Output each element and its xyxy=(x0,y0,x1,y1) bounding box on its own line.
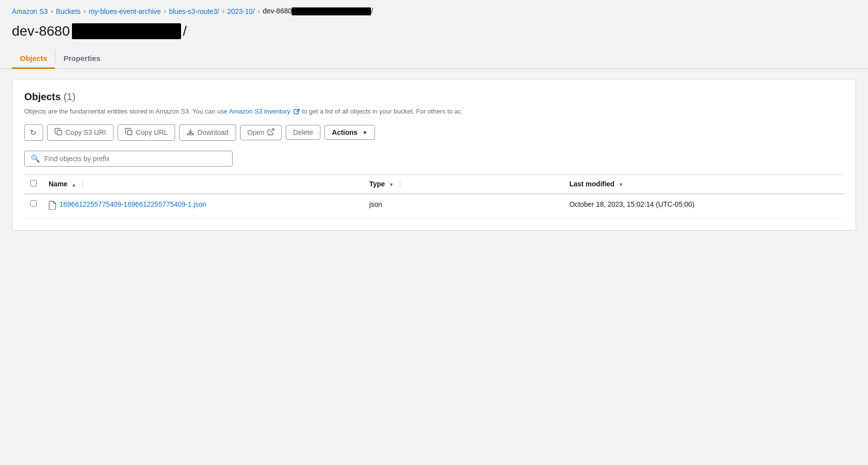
download-button[interactable]: Download xyxy=(179,124,236,141)
type-sort-icon[interactable]: ▼ xyxy=(389,182,394,187)
th-select-all xyxy=(24,174,43,194)
select-all-checkbox[interactable] xyxy=(30,180,37,186)
refresh-icon: ↻ xyxy=(30,128,36,137)
actions-button[interactable]: Actions ▼ xyxy=(324,125,374,140)
row-modified-cell: October 18, 2023, 15:02:14 (UTC-05:00) xyxy=(563,194,844,218)
svg-rect-0 xyxy=(294,110,299,114)
refresh-button[interactable]: ↻ xyxy=(24,124,43,141)
external-link-icon xyxy=(293,109,300,116)
objects-count: (1) xyxy=(63,91,75,102)
name-sort-icon[interactable]: ▲ xyxy=(71,182,76,187)
search-box[interactable]: 🔍 xyxy=(24,151,233,167)
modified-sort-icon[interactable]: ▼ xyxy=(619,182,623,187)
open-button[interactable]: Open xyxy=(240,125,282,140)
copy-url-icon xyxy=(125,128,133,137)
svg-rect-2 xyxy=(127,130,132,135)
breadcrumb-route3[interactable]: blues-s3-route3/ xyxy=(169,7,219,15)
page-title: dev-8680/ xyxy=(0,19,868,49)
breadcrumb-current: dev-8680/ xyxy=(263,7,373,15)
row-checkbox[interactable] xyxy=(30,200,37,207)
th-name: Name ▲ xyxy=(43,174,364,194)
th-last-modified: Last modified ▼ xyxy=(563,174,844,194)
objects-table: Name ▲ Type ▼ Last modified ▼ xyxy=(24,174,844,218)
copy-s3-uri-icon xyxy=(55,128,62,137)
breadcrumb-2023-10[interactable]: 2023-10/ xyxy=(227,7,254,15)
breadcrumb-bucket-name[interactable]: my-blues-event-archive xyxy=(89,7,161,15)
row-checkbox-cell xyxy=(24,194,43,218)
file-icon xyxy=(49,201,57,212)
breadcrumb-sep-2: › xyxy=(84,7,86,15)
col-divider-2 xyxy=(400,180,400,188)
objects-panel: Objects (1) Objects are the fundamental … xyxy=(12,79,856,231)
tab-objects[interactable]: Objects xyxy=(12,49,55,69)
table-row: 1696612255775409-1696612255775409-1.json… xyxy=(24,194,844,218)
breadcrumb-sep-4: › xyxy=(222,7,224,15)
tabs-container: Objects Properties xyxy=(0,49,868,69)
file-link[interactable]: 1696612255775409-1696612255775409-1.json xyxy=(49,200,358,212)
open-external-icon xyxy=(267,128,274,137)
search-icon: 🔍 xyxy=(31,154,40,163)
redacted-title xyxy=(72,23,181,39)
search-input[interactable] xyxy=(44,155,226,163)
breadcrumb-sep-1: › xyxy=(51,7,53,15)
breadcrumb-sep-3: › xyxy=(164,7,166,15)
svg-rect-1 xyxy=(57,130,62,135)
row-name-cell: 1696612255775409-1696612255775409-1.json xyxy=(43,194,364,218)
breadcrumb: Amazon S3 › Buckets › my-blues-event-arc… xyxy=(0,0,868,19)
redacted-breadcrumb xyxy=(292,7,371,15)
delete-button[interactable]: Delete xyxy=(286,125,320,140)
toolbar: ↻ Copy S3 URI Copy URL xyxy=(24,124,844,141)
col-divider-1 xyxy=(82,180,83,188)
svg-rect-3 xyxy=(187,133,193,135)
actions-chevron-icon: ▼ xyxy=(363,130,368,135)
copy-url-button[interactable]: Copy URL xyxy=(118,124,176,141)
inventory-link[interactable]: Amazon S3 inventory xyxy=(229,108,302,115)
copy-s3-uri-button[interactable]: Copy S3 URI xyxy=(47,124,114,141)
download-icon xyxy=(186,128,194,137)
objects-heading: Objects (1) xyxy=(24,91,844,103)
objects-description: Objects are the fundamental entities sto… xyxy=(24,107,844,116)
tab-properties[interactable]: Properties xyxy=(56,49,108,69)
breadcrumb-amazon-s3[interactable]: Amazon S3 xyxy=(12,7,48,15)
th-type: Type ▼ xyxy=(364,174,563,194)
breadcrumb-sep-5: › xyxy=(258,7,260,15)
row-type-cell: json xyxy=(364,194,563,218)
breadcrumb-buckets[interactable]: Buckets xyxy=(56,7,81,15)
